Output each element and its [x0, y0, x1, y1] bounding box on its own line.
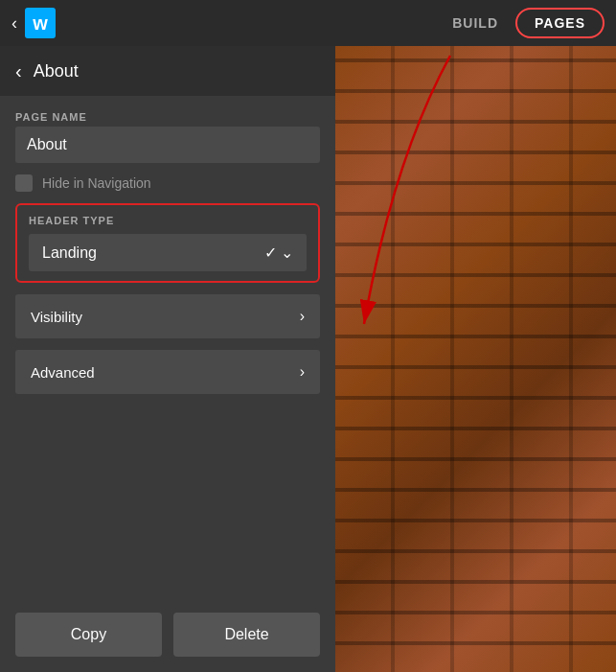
top-bar-left: ‹ w — [11, 8, 56, 38]
panel-title: About — [34, 61, 79, 81]
header-type-chevron-icon: ✓ ⌄ — [264, 243, 293, 262]
page-name-input[interactable] — [15, 127, 320, 163]
page-name-label: PAGE NAME — [15, 111, 320, 123]
visibility-label: Visibility — [31, 309, 82, 325]
top-back-arrow[interactable]: ‹ — [11, 13, 17, 34]
panel-back-arrow[interactable]: ‹ — [15, 60, 22, 82]
page-name-section: PAGE NAME — [15, 111, 320, 163]
hide-nav-label: Hide in Navigation — [42, 175, 151, 191]
top-bar: ‹ w BUILD PAGES — [0, 0, 616, 46]
advanced-label: Advanced — [31, 364, 95, 381]
main-content: ‹ About PAGE NAME Hide in Navigation HEA… — [0, 46, 616, 672]
weebly-logo[interactable]: w — [25, 8, 56, 38]
advanced-chevron-icon: › — [300, 363, 305, 381]
header-type-section: HEADER TYPE Landing ✓ ⌄ — [15, 203, 320, 283]
header-type-label: HEADER TYPE — [29, 215, 307, 226]
header-type-value: Landing — [42, 244, 97, 262]
panel-header: ‹ About — [0, 46, 335, 96]
panel-body: PAGE NAME Hide in Navigation HEADER TYPE… — [0, 96, 335, 597]
visibility-accordion[interactable]: Visibility › — [15, 294, 320, 338]
delete-button[interactable]: Delete — [173, 613, 320, 657]
hide-nav-row: Hide in Navigation — [15, 174, 320, 192]
header-type-dropdown[interactable]: Landing ✓ ⌄ — [29, 234, 307, 271]
left-panel: ‹ About PAGE NAME Hide in Navigation HEA… — [0, 46, 335, 672]
nav-pages-link[interactable]: PAGES — [515, 8, 605, 38]
copy-button[interactable]: Copy — [15, 613, 162, 657]
hide-nav-checkbox[interactable] — [15, 174, 33, 192]
advanced-accordion[interactable]: Advanced › — [15, 350, 320, 394]
right-panel-image — [335, 46, 616, 672]
bottom-buttons: Copy Delete — [0, 597, 335, 672]
nav-build-link[interactable]: BUILD — [435, 10, 515, 36]
visibility-chevron-icon: › — [300, 308, 305, 325]
spacer — [15, 406, 320, 582]
top-bar-nav: BUILD PAGES — [435, 8, 605, 38]
brick-pattern — [335, 46, 616, 672]
